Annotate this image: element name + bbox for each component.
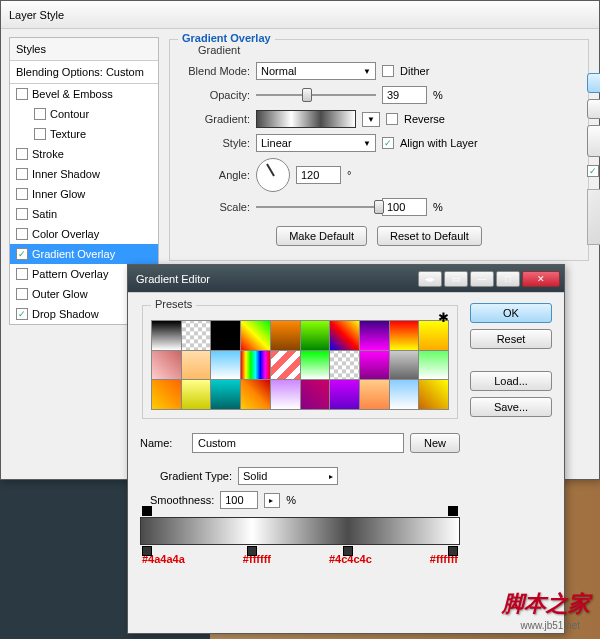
scale-value[interactable]: 100 — [382, 198, 427, 216]
load-button[interactable]: Load... — [470, 371, 552, 391]
style-checkbox[interactable] — [16, 288, 28, 300]
preset-swatch[interactable] — [182, 380, 211, 409]
save-button[interactable]: Save... — [470, 397, 552, 417]
preset-swatch[interactable] — [330, 351, 359, 380]
scale-slider[interactable] — [256, 198, 376, 216]
preset-swatch[interactable] — [211, 351, 240, 380]
titlebar[interactable]: Gradient Editor ◂▸ ▭ — □ ✕ — [128, 265, 564, 293]
opacity-value[interactable]: 39 — [382, 86, 427, 104]
group-legend: Gradient Overlay — [178, 32, 275, 44]
preset-swatch[interactable] — [360, 380, 389, 409]
preview-checkbox[interactable]: ✓ — [587, 165, 599, 177]
preset-swatch[interactable] — [152, 351, 181, 380]
style-dropdown[interactable]: Linear▼ — [256, 134, 376, 152]
style-checkbox[interactable] — [16, 188, 28, 200]
preset-swatch[interactable] — [301, 321, 330, 350]
style-checkbox[interactable] — [16, 208, 28, 220]
style-checkbox[interactable] — [16, 148, 28, 160]
style-item[interactable]: Contour — [10, 104, 158, 124]
reset-button[interactable]: Reset — [470, 329, 552, 349]
style-item[interactable]: Inner Shadow — [10, 164, 158, 184]
type-dropdown[interactable]: Solid▸ — [238, 467, 338, 485]
preset-swatch[interactable] — [419, 380, 448, 409]
new-style-button[interactable]: New Style... — [587, 125, 600, 157]
opacity-stop[interactable] — [448, 506, 458, 516]
style-checkbox[interactable] — [34, 128, 46, 140]
maximize-icon[interactable]: □ — [496, 271, 520, 287]
style-item[interactable]: Stroke — [10, 144, 158, 164]
style-checkbox[interactable] — [34, 108, 46, 120]
angle-value[interactable]: 120 — [296, 166, 341, 184]
preset-swatch[interactable] — [390, 351, 419, 380]
presets-group: Presets ✱ — [142, 305, 458, 419]
color-stop[interactable] — [448, 546, 458, 556]
smoothness-value[interactable]: 100 — [220, 491, 258, 509]
style-label: Outer Glow — [32, 288, 88, 300]
new-button[interactable]: New — [410, 433, 460, 453]
preset-swatch[interactable] — [241, 380, 270, 409]
minimize-icon[interactable]: ▭ — [444, 271, 468, 287]
gradient-bar[interactable] — [140, 517, 460, 545]
color-stop[interactable] — [247, 546, 257, 556]
style-item[interactable]: Inner Glow — [10, 184, 158, 204]
style-item[interactable]: Color Overlay — [10, 224, 158, 244]
titlebar[interactable]: Layer Style — [1, 1, 599, 29]
ok-button[interactable]: OK — [587, 73, 600, 93]
style-checkbox[interactable]: ✓ — [16, 308, 28, 320]
preset-swatch[interactable] — [211, 380, 240, 409]
style-item[interactable]: Satin — [10, 204, 158, 224]
preset-swatch[interactable] — [271, 321, 300, 350]
close-icon[interactable]: ✕ — [522, 271, 560, 287]
name-input[interactable] — [192, 433, 404, 453]
preset-swatch[interactable] — [360, 321, 389, 350]
style-checkbox[interactable] — [16, 228, 28, 240]
preset-swatch[interactable] — [211, 321, 240, 350]
preset-swatch[interactable] — [301, 351, 330, 380]
angle-dial[interactable] — [256, 158, 290, 192]
gradient-dropdown-arrow[interactable]: ▼ — [362, 112, 380, 127]
style-checkbox[interactable] — [16, 268, 28, 280]
preset-swatch[interactable] — [390, 321, 419, 350]
blending-options[interactable]: Blending Options: Custom — [10, 61, 158, 84]
ok-button[interactable]: OK — [470, 303, 552, 323]
styles-header[interactable]: Styles — [10, 38, 158, 61]
dither-checkbox[interactable] — [382, 65, 394, 77]
preset-swatch[interactable] — [419, 351, 448, 380]
preset-swatch[interactable] — [152, 321, 181, 350]
opacity-slider[interactable] — [256, 86, 376, 104]
gear-icon[interactable]: ✱ — [438, 310, 449, 325]
preset-swatch[interactable] — [241, 321, 270, 350]
reverse-checkbox[interactable] — [386, 113, 398, 125]
minimize2-icon[interactable]: — — [470, 271, 494, 287]
nav-back-icon[interactable]: ◂▸ — [418, 271, 442, 287]
preset-swatch[interactable] — [390, 380, 419, 409]
align-checkbox[interactable]: ✓ — [382, 137, 394, 149]
style-item[interactable]: ✓Gradient Overlay — [10, 244, 158, 264]
color-stop[interactable] — [142, 546, 152, 556]
preset-swatch[interactable] — [330, 380, 359, 409]
reverse-label: Reverse — [404, 113, 445, 125]
preset-swatch[interactable] — [271, 380, 300, 409]
preset-swatch[interactable] — [360, 351, 389, 380]
preset-swatch[interactable] — [271, 351, 300, 380]
make-default-button[interactable]: Make Default — [276, 226, 367, 246]
gradient-swatch[interactable] — [256, 110, 356, 128]
blend-mode-dropdown[interactable]: Normal▼ — [256, 62, 376, 80]
preset-swatch[interactable] — [241, 351, 270, 380]
preset-swatch[interactable] — [182, 351, 211, 380]
style-item[interactable]: Bevel & Emboss — [10, 84, 158, 104]
preset-swatch[interactable] — [182, 321, 211, 350]
style-item[interactable]: Texture — [10, 124, 158, 144]
style-checkbox[interactable] — [16, 88, 28, 100]
style-checkbox[interactable]: ✓ — [16, 248, 28, 260]
color-stop[interactable] — [343, 546, 353, 556]
preset-swatch[interactable] — [419, 321, 448, 350]
smoothness-arrow[interactable]: ▸ — [264, 493, 280, 508]
preset-swatch[interactable] — [152, 380, 181, 409]
opacity-stop[interactable] — [142, 506, 152, 516]
preset-swatch[interactable] — [330, 321, 359, 350]
preset-swatch[interactable] — [301, 380, 330, 409]
cancel-button[interactable]: Cancel — [587, 99, 600, 119]
style-checkbox[interactable] — [16, 168, 28, 180]
reset-default-button[interactable]: Reset to Default — [377, 226, 482, 246]
